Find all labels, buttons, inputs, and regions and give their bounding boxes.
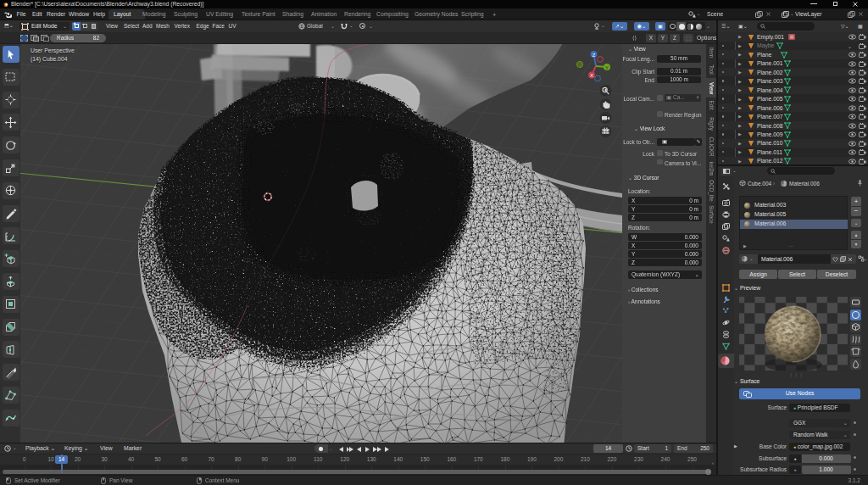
svg-text:X: X [590, 73, 593, 78]
